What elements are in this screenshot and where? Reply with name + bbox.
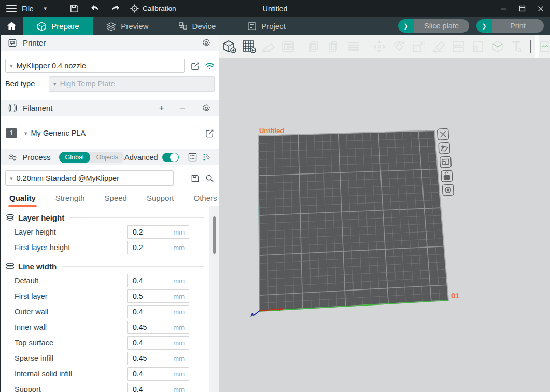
support-line-width-input[interactable]: 0.4mm — [127, 383, 189, 392]
print-button[interactable]: ❯︎ Print — [476, 19, 544, 33]
tab-support[interactable]: Support — [147, 194, 174, 207]
support-paint-icon[interactable] — [470, 39, 486, 54]
internal-solid-infill-line-width-input[interactable]: 0.4mm — [127, 367, 189, 381]
slice-plate-button[interactable]: ❯︎ Slice plate — [398, 19, 469, 33]
printer-title: Printer — [23, 38, 46, 47]
build-plate-scene[interactable]: Untitled 01 — [219, 35, 550, 392]
undo-icon[interactable] — [89, 3, 101, 14]
auto-orient-icon[interactable] — [261, 39, 276, 54]
lock-plate-icon[interactable] — [441, 170, 453, 182]
slice-dropdown-icon[interactable]: ❯︎ — [398, 19, 414, 33]
process-scope-toggle[interactable]: Global Objects — [59, 152, 125, 163]
plate-name-label: Untitled — [259, 127, 284, 135]
redo-icon[interactable] — [110, 3, 121, 14]
param-row-inner-wall: Inner wall 0.45mm — [15, 321, 204, 334]
param-row-default: Default 0.4mm — [15, 274, 204, 287]
device-icon — [178, 22, 188, 31]
calibration-button[interactable]: Calibration — [130, 4, 176, 13]
close-icon[interactable] — [531, 0, 550, 17]
filament-index-badge: 1 — [6, 128, 17, 138]
save-icon[interactable] — [68, 3, 80, 14]
scale-icon[interactable] — [411, 39, 427, 54]
delete-plate-icon[interactable] — [438, 128, 449, 140]
minimize-icon[interactable] — [494, 0, 513, 17]
tab-prepare-label: Prepare — [51, 22, 79, 31]
bed-type-value: High Temp Plate — [60, 80, 115, 88]
tab-prepare[interactable]: Prepare — [23, 17, 93, 35]
inner-wall-line-width-input[interactable]: 0.45mm — [127, 321, 189, 334]
place-on-face-icon[interactable] — [431, 39, 446, 54]
scope-global[interactable]: Global — [59, 152, 90, 163]
wifi-icon[interactable] — [204, 61, 215, 71]
move-icon[interactable] — [372, 39, 387, 54]
default-line-width-input[interactable]: 0.4mm — [127, 274, 189, 287]
caret-down-icon[interactable]: ▾ — [44, 5, 47, 12]
save-preset-icon[interactable] — [190, 173, 201, 183]
printer-settings-gear-icon[interactable] — [201, 38, 211, 48]
add-object-icon[interactable] — [221, 39, 237, 54]
group-line-width: Line width — [5, 260, 204, 272]
file-menu[interactable]: File — [22, 5, 34, 13]
layer-height-input[interactable]: 0.2mm — [127, 225, 189, 239]
home-button[interactable] — [0, 17, 23, 35]
remove-filament-icon[interactable]: − — [177, 103, 188, 113]
compare-params-icon[interactable] — [202, 152, 211, 163]
text-tool-icon[interactable]: a — [510, 39, 525, 54]
filament-preset-select[interactable]: ▾ My Generic PLA — [20, 126, 198, 140]
param-row-support: Support 0.4mm — [15, 383, 204, 392]
color-paint-icon[interactable] — [490, 39, 505, 54]
tab-preview[interactable]: Preview — [93, 17, 162, 35]
edit-printer-icon[interactable] — [190, 61, 200, 71]
cut-icon[interactable] — [450, 39, 466, 54]
tab-strength[interactable]: Strength — [55, 194, 85, 207]
tab-project-label: Project — [261, 22, 286, 31]
split-to-objects-icon[interactable]: 0 — [306, 39, 322, 54]
assembly-view-icon[interactable] — [538, 39, 550, 54]
printer-preset-select[interactable]: ▾ MyKlipper 0.4 nozzle — [5, 59, 185, 73]
edit-filament-icon[interactable] — [204, 128, 215, 138]
outer-wall-line-width-input[interactable]: 0.4mm — [127, 305, 189, 318]
search-icon[interactable] — [204, 173, 215, 183]
sparse-infill-line-width-input[interactable]: 0.45mm — [127, 352, 189, 365]
add-plate-icon[interactable] — [241, 39, 257, 54]
maximize-icon[interactable] — [513, 0, 531, 17]
titlebar-divider — [55, 4, 55, 14]
plate-settings-icon[interactable] — [442, 184, 454, 196]
orient-plate-icon[interactable] — [439, 142, 450, 154]
print-label: Print — [492, 19, 544, 33]
sidebar-scrollbar-thumb[interactable] — [213, 216, 216, 254]
filament-settings-gear-icon[interactable] — [201, 103, 211, 113]
toolbar-separator — [530, 40, 531, 53]
printer-preset-value: MyKlipper 0.4 nozzle — [17, 62, 87, 70]
detail-list-icon[interactable] — [187, 152, 197, 163]
arrange-icon[interactable] — [280, 39, 296, 54]
home-icon — [7, 21, 17, 31]
scope-objects[interactable]: Objects — [90, 152, 124, 163]
tab-others[interactable]: Others — [194, 194, 217, 207]
rotate-icon[interactable] — [391, 39, 407, 54]
layer-height-icon — [5, 213, 15, 222]
sidebar-scrollbar-track[interactable] — [209, 206, 219, 392]
param-row-top-surface: Top surface 0.4mm — [15, 336, 204, 350]
variable-layer-icon[interactable] — [346, 39, 361, 54]
action-buttons: ❯︎ Slice plate ❯︎ Print — [398, 17, 544, 35]
first-layer-height-input[interactable]: 0.2mm — [127, 241, 189, 254]
viewport-3d[interactable]: Untitled 01 — [219, 35, 550, 392]
bed-type-select[interactable]: ▾ High Temp Plate — [49, 76, 215, 92]
process-preset-select[interactable]: ▾ 0.20mm Standard @MyKlipper — [5, 170, 174, 186]
arrange-plate-icon[interactable] — [440, 156, 451, 168]
param-row-first-layer-height: First layer height 0.2mm — [15, 241, 204, 254]
print-dropdown-icon[interactable]: ❯︎ — [476, 19, 492, 33]
tab-device[interactable]: Device — [162, 17, 232, 35]
advanced-toggle[interactable] — [162, 153, 179, 162]
filament-icon — [7, 103, 18, 113]
split-to-parts-icon[interactable]: P — [326, 39, 342, 54]
top-surface-line-width-input[interactable]: 0.4mm — [127, 336, 189, 350]
tab-project[interactable]: Project — [232, 17, 301, 35]
add-filament-icon[interactable]: + — [157, 103, 167, 113]
group-layer-height: Layer height — [5, 212, 204, 223]
tab-quality[interactable]: Quality — [9, 194, 36, 207]
tab-speed[interactable]: Speed — [105, 194, 127, 207]
first-layer-line-width-input[interactable]: 0.5mm — [127, 289, 189, 303]
hamburger-icon[interactable] — [6, 5, 17, 12]
